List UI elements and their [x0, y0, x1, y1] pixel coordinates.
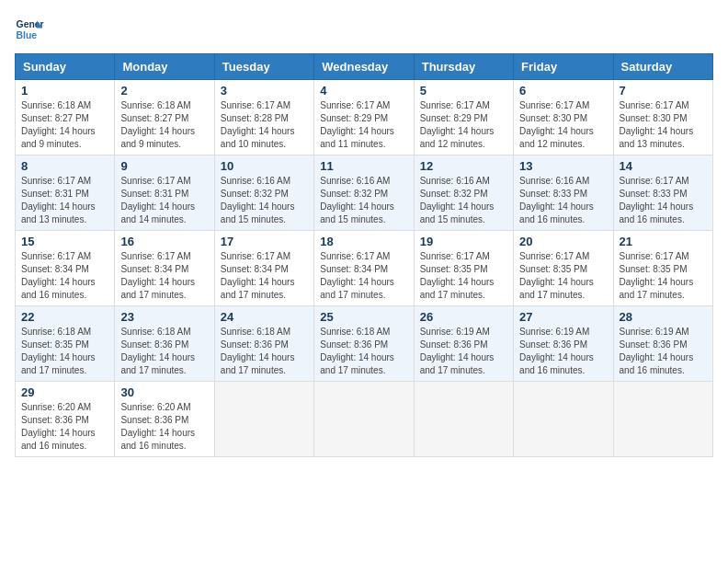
calendar-week-row: 15Sunrise: 6:17 AMSunset: 8:34 PMDayligh…	[16, 231, 713, 306]
day-number: 27	[519, 310, 607, 324]
calendar-week-row: 8Sunrise: 6:17 AMSunset: 8:31 PMDaylight…	[16, 155, 713, 231]
calendar-day-cell: 27Sunrise: 6:19 AMSunset: 8:36 PMDayligh…	[514, 306, 613, 382]
day-info: Sunrise: 6:18 AMSunset: 8:27 PMDaylight:…	[21, 99, 108, 151]
day-info: Sunrise: 6:17 AMSunset: 8:35 PMDaylight:…	[519, 250, 607, 302]
day-number: 20	[519, 235, 607, 248]
calendar-day-cell: 8Sunrise: 6:17 AMSunset: 8:31 PMDaylight…	[16, 155, 115, 231]
calendar-day-cell: 18Sunrise: 6:17 AMSunset: 8:34 PMDayligh…	[314, 231, 414, 306]
calendar-body: 1Sunrise: 6:18 AMSunset: 8:27 PMDaylight…	[16, 80, 713, 457]
calendar-day-cell: 3Sunrise: 6:17 AMSunset: 8:28 PMDaylight…	[214, 80, 313, 155]
day-number: 11	[320, 159, 407, 173]
day-info: Sunrise: 6:18 AMSunset: 8:27 PMDaylight:…	[120, 99, 208, 151]
calendar-day-cell	[414, 382, 513, 457]
day-info: Sunrise: 6:17 AMSunset: 8:34 PMDaylight:…	[221, 250, 308, 302]
calendar-day-cell	[314, 382, 414, 457]
day-number: 24	[221, 310, 308, 324]
day-number: 25	[320, 310, 407, 324]
calendar-day-cell: 20Sunrise: 6:17 AMSunset: 8:35 PMDayligh…	[514, 231, 613, 306]
day-info: Sunrise: 6:18 AMSunset: 8:36 PMDaylight:…	[320, 326, 407, 377]
dow-header: Friday	[514, 54, 613, 80]
day-info: Sunrise: 6:17 AMSunset: 8:35 PMDaylight:…	[620, 250, 707, 302]
days-of-week-row: SundayMondayTuesdayWednesdayThursdayFrid…	[16, 54, 713, 80]
calendar-day-cell: 17Sunrise: 6:17 AMSunset: 8:34 PMDayligh…	[214, 231, 313, 306]
day-info: Sunrise: 6:17 AMSunset: 8:30 PMDaylight:…	[620, 99, 707, 151]
day-number: 6	[519, 84, 607, 98]
calendar-week-row: 29Sunrise: 6:20 AMSunset: 8:36 PMDayligh…	[16, 382, 713, 457]
day-info: Sunrise: 6:17 AMSunset: 8:35 PMDaylight:…	[420, 250, 507, 302]
dow-header: Thursday	[414, 54, 513, 80]
calendar-day-cell: 13Sunrise: 6:16 AMSunset: 8:33 PMDayligh…	[514, 155, 613, 231]
day-number: 21	[620, 235, 707, 248]
day-info: Sunrise: 6:17 AMSunset: 8:34 PMDaylight:…	[320, 250, 407, 302]
day-info: Sunrise: 6:20 AMSunset: 8:36 PMDaylight:…	[21, 401, 108, 453]
calendar-day-cell: 22Sunrise: 6:18 AMSunset: 8:35 PMDayligh…	[16, 306, 115, 382]
calendar-day-cell: 29Sunrise: 6:20 AMSunset: 8:36 PMDayligh…	[16, 382, 115, 457]
day-info: Sunrise: 6:18 AMSunset: 8:35 PMDaylight:…	[21, 326, 108, 377]
day-info: Sunrise: 6:17 AMSunset: 8:28 PMDaylight:…	[221, 99, 308, 151]
dow-header: Tuesday	[214, 54, 313, 80]
calendar-day-cell: 4Sunrise: 6:17 AMSunset: 8:29 PMDaylight…	[314, 80, 414, 155]
day-number: 8	[21, 159, 108, 173]
day-number: 9	[120, 159, 208, 173]
day-number: 23	[120, 310, 208, 324]
day-info: Sunrise: 6:17 AMSunset: 8:31 PMDaylight:…	[120, 175, 208, 226]
calendar-day-cell: 19Sunrise: 6:17 AMSunset: 8:35 PMDayligh…	[414, 231, 513, 306]
day-info: Sunrise: 6:19 AMSunset: 8:36 PMDaylight:…	[519, 326, 607, 377]
day-info: Sunrise: 6:17 AMSunset: 8:34 PMDaylight:…	[120, 250, 208, 302]
calendar-day-cell: 9Sunrise: 6:17 AMSunset: 8:31 PMDaylight…	[115, 155, 214, 231]
day-info: Sunrise: 6:16 AMSunset: 8:32 PMDaylight:…	[320, 175, 407, 226]
day-info: Sunrise: 6:17 AMSunset: 8:31 PMDaylight:…	[21, 175, 108, 226]
calendar-table: SundayMondayTuesdayWednesdayThursdayFrid…	[15, 53, 713, 457]
day-info: Sunrise: 6:20 AMSunset: 8:36 PMDaylight:…	[120, 401, 208, 453]
calendar-day-cell: 21Sunrise: 6:17 AMSunset: 8:35 PMDayligh…	[613, 231, 712, 306]
calendar-day-cell: 25Sunrise: 6:18 AMSunset: 8:36 PMDayligh…	[314, 306, 414, 382]
dow-header: Wednesday	[314, 54, 414, 80]
day-number: 29	[21, 385, 108, 399]
day-number: 10	[221, 159, 308, 173]
calendar-day-cell: 11Sunrise: 6:16 AMSunset: 8:32 PMDayligh…	[314, 155, 414, 231]
calendar-day-cell	[514, 382, 613, 457]
calendar-day-cell: 26Sunrise: 6:19 AMSunset: 8:36 PMDayligh…	[414, 306, 513, 382]
calendar-day-cell: 15Sunrise: 6:17 AMSunset: 8:34 PMDayligh…	[16, 231, 115, 306]
calendar-day-cell: 5Sunrise: 6:17 AMSunset: 8:29 PMDaylight…	[414, 80, 513, 155]
day-number: 7	[620, 84, 707, 98]
dow-header: Monday	[115, 54, 214, 80]
calendar-day-cell: 6Sunrise: 6:17 AMSunset: 8:30 PMDaylight…	[514, 80, 613, 155]
day-number: 12	[420, 159, 507, 173]
calendar-day-cell: 14Sunrise: 6:17 AMSunset: 8:33 PMDayligh…	[613, 155, 712, 231]
day-info: Sunrise: 6:17 AMSunset: 8:30 PMDaylight:…	[519, 99, 607, 151]
day-number: 15	[21, 235, 108, 248]
day-number: 4	[320, 84, 407, 98]
day-info: Sunrise: 6:17 AMSunset: 8:33 PMDaylight:…	[620, 175, 707, 226]
day-info: Sunrise: 6:16 AMSunset: 8:33 PMDaylight:…	[519, 175, 607, 226]
day-number: 5	[420, 84, 507, 98]
calendar-week-row: 1Sunrise: 6:18 AMSunset: 8:27 PMDaylight…	[16, 80, 713, 155]
calendar-day-cell: 16Sunrise: 6:17 AMSunset: 8:34 PMDayligh…	[115, 231, 214, 306]
day-number: 14	[620, 159, 707, 173]
day-number: 18	[320, 235, 407, 248]
day-info: Sunrise: 6:18 AMSunset: 8:36 PMDaylight:…	[221, 326, 308, 377]
day-number: 19	[420, 235, 507, 248]
day-number: 1	[21, 84, 108, 98]
day-number: 3	[221, 84, 308, 98]
day-info: Sunrise: 6:19 AMSunset: 8:36 PMDaylight:…	[620, 326, 707, 377]
calendar-day-cell: 2Sunrise: 6:18 AMSunset: 8:27 PMDaylight…	[115, 80, 214, 155]
calendar-day-cell: 23Sunrise: 6:18 AMSunset: 8:36 PMDayligh…	[115, 306, 214, 382]
day-number: 2	[120, 84, 208, 98]
day-number: 30	[120, 385, 208, 399]
day-number: 26	[420, 310, 507, 324]
calendar-day-cell: 10Sunrise: 6:16 AMSunset: 8:32 PMDayligh…	[214, 155, 313, 231]
day-info: Sunrise: 6:17 AMSunset: 8:29 PMDaylight:…	[320, 99, 407, 151]
calendar-day-cell: 28Sunrise: 6:19 AMSunset: 8:36 PMDayligh…	[613, 306, 712, 382]
day-number: 13	[519, 159, 607, 173]
dow-header: Saturday	[613, 54, 712, 80]
calendar-day-cell: 12Sunrise: 6:16 AMSunset: 8:32 PMDayligh…	[414, 155, 513, 231]
page-header: General Blue	[15, 15, 713, 44]
day-number: 17	[221, 235, 308, 248]
logo-icon: General Blue	[15, 15, 44, 44]
calendar-day-cell: 1Sunrise: 6:18 AMSunset: 8:27 PMDaylight…	[16, 80, 115, 155]
calendar-week-row: 22Sunrise: 6:18 AMSunset: 8:35 PMDayligh…	[16, 306, 713, 382]
day-info: Sunrise: 6:18 AMSunset: 8:36 PMDaylight:…	[120, 326, 208, 377]
svg-text:Blue: Blue	[17, 30, 38, 40]
day-number: 28	[620, 310, 707, 324]
